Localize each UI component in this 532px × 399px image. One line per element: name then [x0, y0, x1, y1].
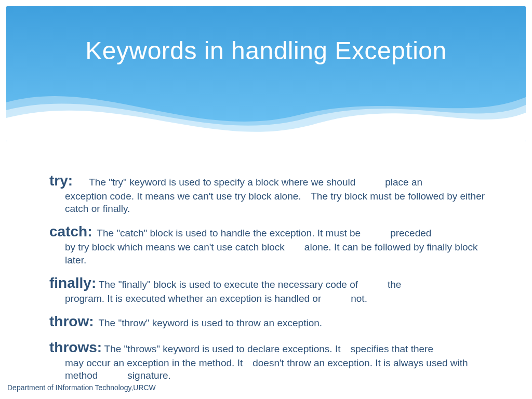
keyword-desc-cont: by try block which means we can't use ca… [49, 241, 496, 267]
wave-graphic [6, 6, 526, 141]
keyword-label: catch: [49, 223, 92, 240]
keyword-item: try: The "try" keyword is used to specif… [49, 171, 496, 215]
content-body: try: The "try" keyword is used to specif… [49, 171, 496, 389]
footer-text: Department of INformation Technology,URC… [7, 383, 156, 392]
keyword-desc-cont: may occur an exception in the method. It… [49, 357, 496, 382]
slide-title: Keywords in handling Exception [0, 36, 532, 65]
keyword-desc: The "catch" block is used to handle the … [97, 228, 431, 238]
keyword-item: throws: The "throws" keyword is used to … [49, 338, 496, 382]
keyword-desc: The "throw" keyword is used to throw an … [98, 317, 322, 328]
keyword-label: finally: [49, 275, 96, 291]
keyword-desc-cont: exception code. It means we can't use tr… [49, 190, 496, 216]
keyword-item: catch: The "catch" block is used to hand… [49, 222, 496, 266]
keyword-label: throws: [49, 339, 102, 355]
keyword-label: try: [49, 172, 73, 189]
keyword-desc: The "finally" block is used to execute t… [99, 279, 402, 290]
keyword-desc-cont: program. It is executed whether an excep… [49, 292, 496, 305]
keyword-desc: The "throws" keyword is used to declare … [104, 343, 433, 354]
title-banner [6, 6, 526, 141]
keyword-label: throw: [49, 313, 94, 329]
slide: Keywords in handling Exception try: The … [0, 0, 532, 399]
keyword-desc: The "try" keyword is used to specify a b… [89, 177, 422, 188]
keyword-item: throw: The "throw" keyword is used to th… [49, 312, 496, 331]
keyword-item: finally: The "finally" block is used to … [49, 274, 496, 305]
